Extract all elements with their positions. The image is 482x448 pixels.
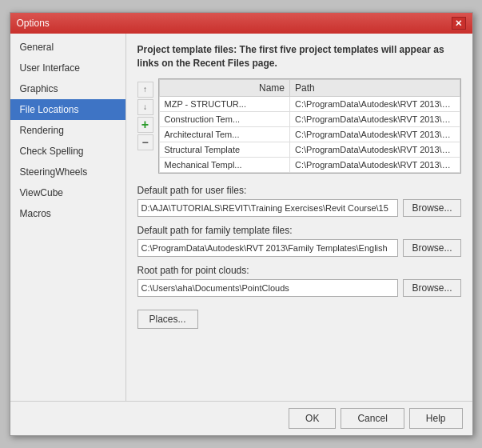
sidebar-item-check-spelling[interactable]: Check Spelling <box>10 141 125 162</box>
point-cloud-browse-button[interactable]: Browse... <box>403 279 460 297</box>
user-files-label: Default path for user files: <box>137 185 461 196</box>
places-button[interactable]: Places... <box>137 310 198 329</box>
family-template-input[interactable] <box>137 239 399 257</box>
remove-template-button[interactable]: − <box>137 134 153 150</box>
title-bar: Options ✕ <box>10 13 472 34</box>
template-path-cell: C:\ProgramData\Autodesk\RVT 2013\Tem... <box>290 142 460 157</box>
table-row[interactable]: Architectural Tem...C:\ProgramData\Autod… <box>159 126 460 142</box>
template-path-cell: C:\ProgramData\Autodesk\RVT 2013\Libra..… <box>290 96 460 111</box>
sidebar-item-file-locations[interactable]: File Locations <box>10 99 125 120</box>
templates-table: Name Path MZP - STRUCTUR...C:\ProgramDat… <box>159 79 460 173</box>
template-name-cell: Architectural Tem... <box>159 126 290 142</box>
point-cloud-label: Root path for point clouds: <box>137 265 461 276</box>
help-button[interactable]: Help <box>409 408 463 429</box>
move-down-button[interactable]: ↓ <box>137 99 153 115</box>
sidebar-item-macros[interactable]: Macros <box>10 203 125 224</box>
table-row[interactable]: Construction Tem...C:\ProgramData\Autode… <box>159 111 460 126</box>
places-area: Places... <box>137 305 461 329</box>
table-row[interactable]: MZP - STRUCTUR...C:\ProgramData\Autodesk… <box>159 96 460 111</box>
sidebar-item-graphics[interactable]: Graphics <box>10 78 125 99</box>
sidebar-item-user-interface[interactable]: User Interface <box>10 58 125 78</box>
template-controls: ↑ ↓ + − <box>137 78 153 174</box>
sidebar-item-steeringwheels[interactable]: SteeringWheels <box>10 162 125 182</box>
template-path-cell: C:\ProgramData\Autodesk\RVT 2013\Tem... <box>290 111 460 126</box>
dialog-title: Options <box>17 18 50 29</box>
dialog-content: General User Interface Graphics File Loc… <box>10 34 472 401</box>
cancel-button[interactable]: Cancel <box>341 408 404 429</box>
sidebar-item-rendering[interactable]: Rendering <box>10 120 125 141</box>
user-files-row: Browse... <box>137 199 461 217</box>
point-cloud-row: Browse... <box>137 279 461 297</box>
template-name-cell: Structural Template <box>159 142 290 157</box>
add-template-button[interactable]: + <box>137 117 153 133</box>
ok-button[interactable]: OK <box>289 408 336 429</box>
description-prefix: Project template files: <box>137 44 240 55</box>
user-files-section: Default path for user files: Browse... <box>137 185 461 217</box>
templates-table-wrapper: Name Path MZP - STRUCTUR...C:\ProgramDat… <box>158 78 461 174</box>
close-button[interactable]: ✕ <box>452 17 466 30</box>
sidebar: General User Interface Graphics File Loc… <box>10 34 126 401</box>
point-cloud-section: Root path for point clouds: Browse... <box>137 265 461 297</box>
move-up-button[interactable]: ↑ <box>137 82 153 98</box>
template-path-cell: C:\ProgramData\Autodesk\RVT 2013\Tem... <box>290 157 460 172</box>
template-name-cell: Construction Tem... <box>159 111 290 126</box>
sidebar-item-general[interactable]: General <box>10 37 125 58</box>
template-path-cell: C:\ProgramData\Autodesk\RVT 2013\Tem... <box>290 126 460 142</box>
user-files-browse-button[interactable]: Browse... <box>403 199 460 217</box>
footer: OK Cancel Help <box>10 401 472 435</box>
template-name-cell: MZP - STRUCTUR... <box>159 96 290 111</box>
point-cloud-input[interactable] <box>137 279 399 297</box>
sidebar-item-viewcube[interactable]: ViewCube <box>10 182 125 203</box>
col-header-name: Name <box>159 79 290 96</box>
family-template-section: Default path for family template files: … <box>137 225 461 257</box>
table-row[interactable]: Structural TemplateC:\ProgramData\Autode… <box>159 142 460 157</box>
templates-area: ↑ ↓ + − Name Path MZP - STRU <box>137 78 461 174</box>
section-description: Project template files: The first five p… <box>137 43 461 70</box>
table-row[interactable]: Mechanical Templ...C:\ProgramData\Autode… <box>159 157 460 172</box>
col-header-path: Path <box>290 79 460 96</box>
family-template-label: Default path for family template files: <box>137 225 461 236</box>
family-template-browse-button[interactable]: Browse... <box>403 239 460 257</box>
main-content: Project template files: The first five p… <box>126 34 472 401</box>
family-template-row: Browse... <box>137 239 461 257</box>
template-name-cell: Mechanical Templ... <box>159 157 290 172</box>
options-dialog: Options ✕ General User Interface Graphic… <box>10 12 473 436</box>
user-files-input[interactable] <box>137 199 399 217</box>
